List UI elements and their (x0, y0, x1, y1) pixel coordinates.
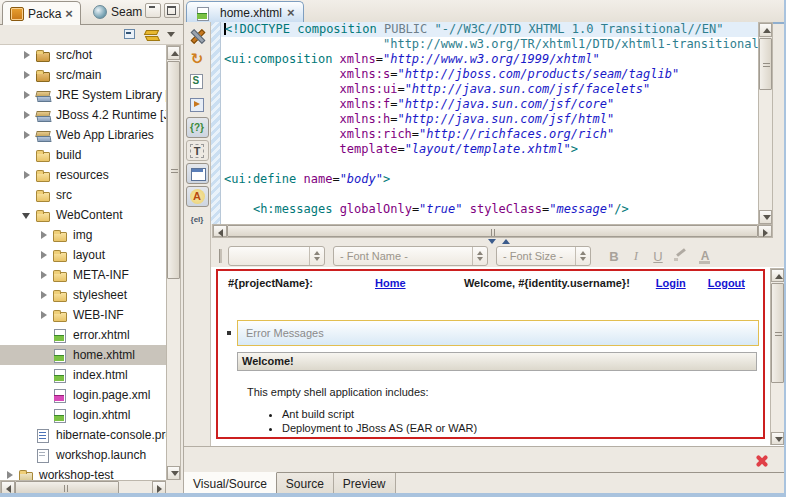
expander-collapsed-icon[interactable] (21, 108, 33, 122)
tree-item-hibernate-console-prop[interactable]: hibernate-console.prop (0, 425, 166, 445)
externalize-strings-icon[interactable] (186, 94, 209, 115)
code-line[interactable]: xmlns:rich="http://richfaces.org/rich" (221, 127, 758, 142)
underline-button[interactable]: U (647, 249, 669, 264)
expander-collapsed-icon[interactable] (21, 68, 33, 82)
view-menu-icon[interactable] (167, 32, 175, 37)
tree-item-workshop-launch[interactable]: workshop.launch (0, 445, 166, 465)
tree-item-index-html[interactable]: index.html (0, 365, 166, 385)
scroll-up-icon[interactable] (771, 269, 784, 282)
font-name-select[interactable]: - Font Name - (333, 246, 488, 266)
scroll-up-icon[interactable] (167, 46, 180, 60)
italic-button[interactable]: I (625, 248, 647, 264)
code-line[interactable]: <!DOCTYPE composition PUBLIC "-//W3C//DT… (221, 22, 758, 37)
spinner-icon[interactable] (575, 247, 590, 265)
scroll-down-icon[interactable] (167, 466, 180, 480)
bold-button[interactable]: B (603, 249, 625, 264)
close-selection-bar-icon[interactable] (756, 455, 768, 467)
block-format-select[interactable] (228, 246, 325, 266)
maximize-view-button[interactable] (164, 3, 180, 18)
expander-collapsed-icon[interactable] (4, 468, 16, 480)
tree-item-webcontent[interactable]: WebContent (0, 205, 166, 225)
source-horizontal-scrollbar[interactable] (212, 224, 773, 238)
splitter-down-icon[interactable] (488, 239, 496, 244)
font-size-select[interactable]: - Font Size - (496, 246, 591, 266)
tree-item-login-page-xml[interactable]: login.page.xml (0, 385, 166, 405)
expander-collapsed-icon[interactable] (38, 228, 50, 242)
source-scroll-thumb[interactable] (759, 38, 772, 90)
scroll-left-icon[interactable] (213, 225, 227, 237)
tab-source[interactable]: Source (277, 473, 334, 494)
tree-item-resources[interactable]: resources (0, 165, 166, 185)
tree-item-meta-inf[interactable]: META-INF (0, 265, 166, 285)
code-line[interactable]: xmlns:h="http://java.sun.com/jsf/html" (221, 112, 758, 127)
minimize-view-button[interactable] (145, 3, 161, 18)
code-line[interactable]: xmlns:s="http://jboss.com/products/seam/… (221, 67, 758, 82)
refresh-icon[interactable]: ↻ (186, 48, 209, 69)
scroll-down-icon[interactable] (759, 210, 772, 224)
visual-vertical-scrollbar[interactable] (770, 268, 785, 445)
tree-item-web-inf[interactable]: WEB-INF (0, 305, 166, 325)
tree-item-home-xhtml[interactable]: home.xhtml (0, 345, 166, 365)
source-visual-splitter[interactable] (211, 238, 786, 245)
spinner-icon[interactable] (472, 247, 487, 265)
spinner-icon[interactable] (309, 247, 324, 265)
tree-scroll-thumb[interactable] (167, 61, 180, 279)
selected-element-outline[interactable]: #{projectName}: Home Welcome, #{identity… (216, 269, 765, 439)
tree-item-build[interactable]: build (0, 145, 166, 165)
show-non-visual-tags-icon[interactable]: {?} (186, 117, 209, 138)
code-line[interactable] (221, 157, 758, 172)
tree-item-stylesheet[interactable]: stylesheet (0, 285, 166, 305)
tree-item-login-xhtml[interactable]: login.xhtml (0, 405, 166, 425)
tree-item-img[interactable]: img (0, 225, 166, 245)
expander-collapsed-icon[interactable] (38, 308, 50, 322)
show-text-formatting-icon[interactable]: T (186, 140, 209, 161)
tree-vertical-scrollbar[interactable] (166, 45, 181, 480)
source-editor[interactable]: <!DOCTYPE composition PUBLIC "-//W3C//DT… (221, 22, 758, 224)
login-link[interactable]: Login (656, 277, 686, 289)
logout-link[interactable]: Logout (708, 277, 745, 289)
font-color-icon[interactable]: A (695, 249, 715, 263)
tab-seam[interactable]: Seam (86, 1, 149, 23)
close-icon[interactable]: × (65, 9, 73, 19)
editor-tab-home-xhtml[interactable]: home.xhtml × (186, 1, 304, 23)
code-line[interactable]: xmlns:f="http://java.sun.com/jsf/core" (221, 97, 758, 112)
expander-expanded-icon[interactable] (21, 208, 33, 222)
expander-collapsed-icon[interactable] (21, 88, 33, 102)
close-icon[interactable]: × (287, 8, 295, 18)
tree-item-error-xhtml[interactable]: error.xhtml (0, 325, 166, 345)
code-line[interactable]: template="layout/template.xhtml"> (221, 142, 758, 157)
toolbar-grip[interactable] (219, 249, 222, 263)
scroll-down-icon[interactable] (771, 432, 784, 445)
source-hscroll-thumb[interactable] (227, 225, 758, 237)
code-line[interactable]: xmlns:ui="http://java.sun.com/jsf/facele… (221, 82, 758, 97)
preferences-icon[interactable] (186, 25, 209, 46)
tab-package-explorer[interactable]: Packa × (2, 1, 81, 25)
tree-item-src[interactable]: src (0, 185, 166, 205)
scroll-up-icon[interactable] (759, 23, 772, 37)
code-line[interactable] (221, 187, 758, 202)
expander-collapsed-icon[interactable] (38, 288, 50, 302)
collapse-all-icon[interactable] (122, 28, 136, 40)
expander-collapsed-icon[interactable] (38, 268, 50, 282)
tree-item-workshop-test[interactable]: workshop-test (0, 465, 166, 480)
foreground-color-icon[interactable] (673, 249, 689, 263)
page-design-options-icon[interactable] (186, 71, 209, 92)
tab-visual-source[interactable]: Visual/Source (184, 472, 277, 494)
tree-item-layout[interactable]: layout (0, 245, 166, 265)
show-bundles-as-el-icon[interactable]: A (186, 186, 209, 207)
show-el-expressions-icon[interactable]: {el} (186, 209, 209, 230)
code-line[interactable]: "http://www.w3.org/TR/xhtml1/DTD/xhtml1-… (221, 37, 758, 52)
link-with-editor-icon[interactable] (144, 28, 159, 41)
code-line[interactable]: <ui:composition xmlns="http://www.w3.org… (221, 52, 758, 67)
tree-item-web-app-libraries[interactable]: Web App Libraries (0, 125, 166, 145)
source-vertical-scrollbar[interactable] (758, 22, 773, 224)
expander-collapsed-icon[interactable] (21, 48, 33, 62)
expander-collapsed-icon[interactable] (21, 128, 33, 142)
tree-item-jre-system-library-jd[interactable]: JRE System Library [jd (0, 85, 166, 105)
tree-item-src-hot[interactable]: src/hot (0, 45, 166, 65)
expander-collapsed-icon[interactable] (38, 248, 50, 262)
scroll-right-icon[interactable] (758, 225, 772, 237)
tab-preview[interactable]: Preview (334, 473, 396, 494)
tree-item-jboss-4-2-runtime-jbo[interactable]: JBoss 4.2 Runtime [JBo (0, 105, 166, 125)
show-selection-bar-icon[interactable] (186, 163, 209, 184)
